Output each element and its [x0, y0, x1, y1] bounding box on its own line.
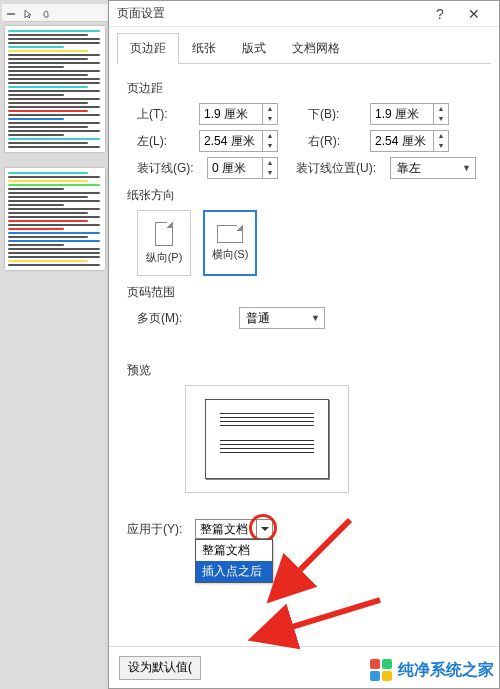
spin-down-icon[interactable]: ▼ [263, 141, 277, 151]
right-margin-spinner[interactable]: ▲▼ [370, 130, 449, 152]
page-thumbnail [5, 26, 105, 152]
title-bar: 页面设置 ? ✕ [109, 1, 499, 27]
watermark: 纯净系统之家 [370, 659, 494, 681]
top-margin-label: 上(T): [137, 106, 193, 123]
gutter-spinner[interactable]: ▲▼ [207, 157, 278, 179]
spin-up-icon[interactable]: ▲ [263, 131, 277, 141]
set-default-button[interactable]: 设为默认值( [119, 656, 201, 680]
gutter-input[interactable] [208, 158, 262, 178]
page-setup-dialog: 页面设置 ? ✕ 页边距 纸张 版式 文档网格 页边距 上(T): ▲▼ 下(B… [108, 0, 500, 689]
gutter-pos-value: 靠左 [397, 160, 421, 177]
watermark-logo-icon [370, 659, 392, 681]
spin-down-icon[interactable]: ▼ [434, 141, 448, 151]
left-margin-label: 左(L): [137, 133, 193, 150]
preview-box [185, 385, 349, 493]
apply-to-input[interactable] [196, 520, 256, 538]
preview-page-icon [205, 399, 329, 479]
svg-rect-0 [7, 13, 15, 15]
tab-paper[interactable]: 纸张 [179, 33, 229, 63]
page-thumbnail [5, 168, 105, 270]
chevron-down-icon: ▼ [462, 163, 471, 173]
right-margin-label: 右(R): [308, 133, 364, 150]
close-button[interactable]: ✕ [457, 6, 491, 22]
multipage-value: 普通 [246, 310, 270, 327]
left-margin-input[interactable] [200, 131, 262, 151]
multipage-select[interactable]: 普通▼ [239, 307, 325, 329]
spin-up-icon[interactable]: ▲ [434, 104, 448, 114]
landscape-caption: 横向(S) [212, 247, 249, 262]
bottom-margin-spinner[interactable]: ▲▼ [370, 103, 449, 125]
orientation-portrait[interactable]: 纵向(P) [137, 210, 191, 276]
section-pagerange-label: 页码范围 [127, 284, 481, 301]
section-margins-label: 页边距 [127, 80, 481, 97]
help-button[interactable]: ? [423, 6, 457, 22]
spin-down-icon[interactable]: ▼ [263, 114, 277, 124]
background-document-pane [0, 0, 110, 689]
tab-grid[interactable]: 文档网格 [279, 33, 353, 63]
landscape-page-icon [217, 225, 243, 243]
left-margin-spinner[interactable]: ▲▼ [199, 130, 278, 152]
apply-to-combo[interactable]: 整篇文档 插入点之后 [195, 519, 273, 539]
dropdown-option-after[interactable]: 插入点之后 [196, 561, 272, 582]
section-orientation-label: 纸张方向 [127, 187, 481, 204]
gutter-pos-select[interactable]: 靠左▼ [390, 157, 476, 179]
dialog-title: 页面设置 [117, 5, 423, 22]
tab-strip: 页边距 纸张 版式 文档网格 [117, 33, 491, 64]
toolbar-icon[interactable] [6, 8, 16, 18]
tab-layout[interactable]: 版式 [229, 33, 279, 63]
chevron-down-icon: ▼ [311, 313, 320, 323]
right-margin-input[interactable] [371, 131, 433, 151]
watermark-text: 纯净系统之家 [398, 660, 494, 681]
spin-up-icon[interactable]: ▲ [434, 131, 448, 141]
apply-to-dropdown-button[interactable] [256, 520, 272, 538]
gutter-pos-label: 装订线位置(U): [296, 160, 384, 177]
gutter-label: 装订线(G): [137, 160, 201, 177]
spin-down-icon[interactable]: ▼ [263, 168, 277, 178]
bottom-margin-input[interactable] [371, 104, 433, 124]
cursor-icon[interactable] [24, 8, 34, 18]
hand-icon[interactable] [42, 8, 52, 18]
spin-up-icon[interactable]: ▲ [263, 158, 277, 168]
spin-down-icon[interactable]: ▼ [434, 114, 448, 124]
apply-to-dropdown-list: 整篇文档 插入点之后 [195, 539, 273, 583]
portrait-page-icon [155, 222, 173, 246]
orientation-landscape[interactable]: 横向(S) [203, 210, 257, 276]
apply-to-label: 应用于(Y): [127, 521, 189, 538]
top-margin-input[interactable] [200, 104, 262, 124]
tab-margins[interactable]: 页边距 [117, 33, 179, 63]
section-preview-label: 预览 [127, 362, 481, 379]
spin-up-icon[interactable]: ▲ [263, 104, 277, 114]
dropdown-option-whole[interactable]: 整篇文档 [196, 540, 272, 561]
bottom-margin-label: 下(B): [308, 106, 364, 123]
top-margin-spinner[interactable]: ▲▼ [199, 103, 278, 125]
multipage-label: 多页(M): [137, 310, 197, 327]
portrait-caption: 纵向(P) [146, 250, 183, 265]
